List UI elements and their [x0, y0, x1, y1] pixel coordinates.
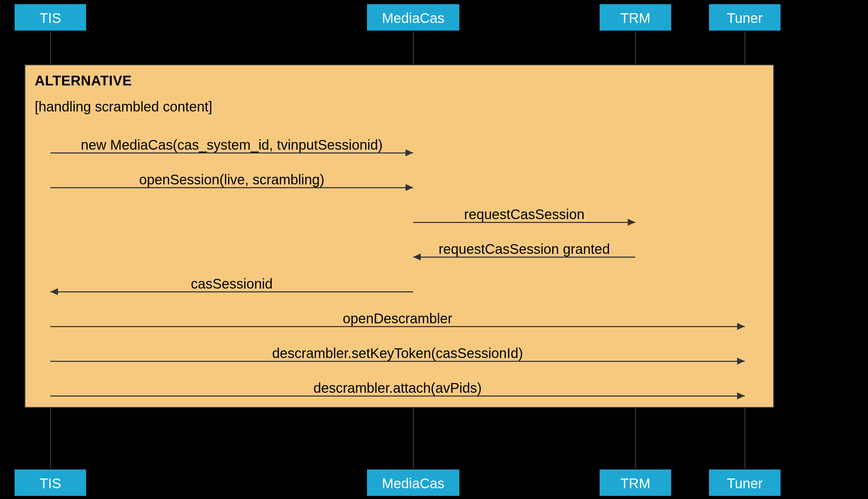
message-label: openSession(live, scrambling): [50, 172, 413, 188]
message-label: requestCasSession: [413, 207, 635, 222]
sequence-diagram: ALTERNATIVE[handling scrambled content]n…: [0, 0, 868, 499]
participant-tis-top: TIS: [14, 3, 87, 31]
participant-trm-bottom: TRM: [599, 469, 672, 497]
alt-title: ALTERNATIVE: [35, 73, 132, 89]
participant-mediacas-top: MediaCas: [366, 3, 460, 31]
message-label: casSessionid: [50, 276, 413, 292]
participant-trm-top: TRM: [599, 3, 672, 31]
message-label: new MediaCas(cas_system_id, tvinputSessi…: [50, 137, 413, 153]
alt-condition: [handling scrambled content]: [35, 99, 212, 115]
participant-tuner-top: Tuner: [708, 3, 781, 31]
message-label: requestCasSession granted: [413, 241, 635, 257]
participant-mediacas-bottom: MediaCas: [366, 469, 460, 497]
message-label: openDescrambler: [50, 311, 745, 326]
participant-tis-bottom: TIS: [14, 469, 87, 497]
message-label: descrambler.attach(avPids): [50, 380, 745, 396]
message-label: descrambler.setKeyToken(casSessionId): [50, 346, 745, 361]
participant-tuner-bottom: Tuner: [708, 469, 781, 497]
